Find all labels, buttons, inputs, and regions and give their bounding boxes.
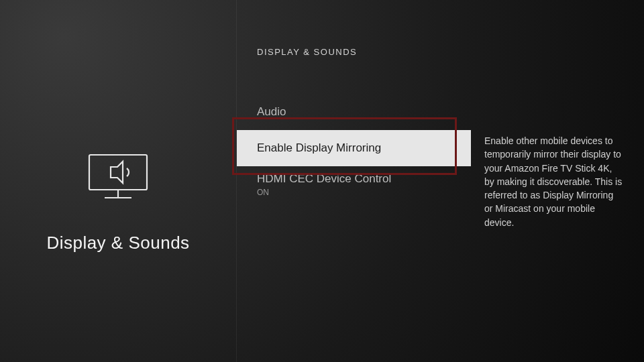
- menu-item-status: ON: [257, 188, 458, 197]
- menu-item-enable-display-mirroring[interactable]: Enable Display Mirroring: [237, 130, 471, 166]
- menu-item-hdmi-cec-device-control[interactable]: HDMI CEC Device Control ON: [257, 166, 458, 202]
- menu-list: Audio Enable Display Mirroring HDMI CEC …: [257, 94, 458, 202]
- svg-rect-0: [89, 155, 147, 190]
- breadcrumb: DISPLAY & SOUNDS: [257, 47, 458, 57]
- menu-item-audio[interactable]: Audio: [257, 94, 458, 130]
- menu-item-label: Enable Display Mirroring: [257, 141, 464, 155]
- menu-panel: DISPLAY & SOUNDS Audio Enable Display Mi…: [236, 0, 458, 362]
- tv-speaker-icon: [81, 149, 155, 206]
- menu-item-label: Audio: [257, 105, 458, 119]
- category-panel: Display & Sounds: [0, 0, 236, 362]
- category-title: Display & Sounds: [46, 233, 189, 253]
- option-description: Enable other mobile devices to temporari…: [484, 134, 624, 229]
- description-panel: Enable other mobile devices to temporari…: [458, 0, 644, 362]
- menu-item-label: HDMI CEC Device Control: [257, 172, 458, 186]
